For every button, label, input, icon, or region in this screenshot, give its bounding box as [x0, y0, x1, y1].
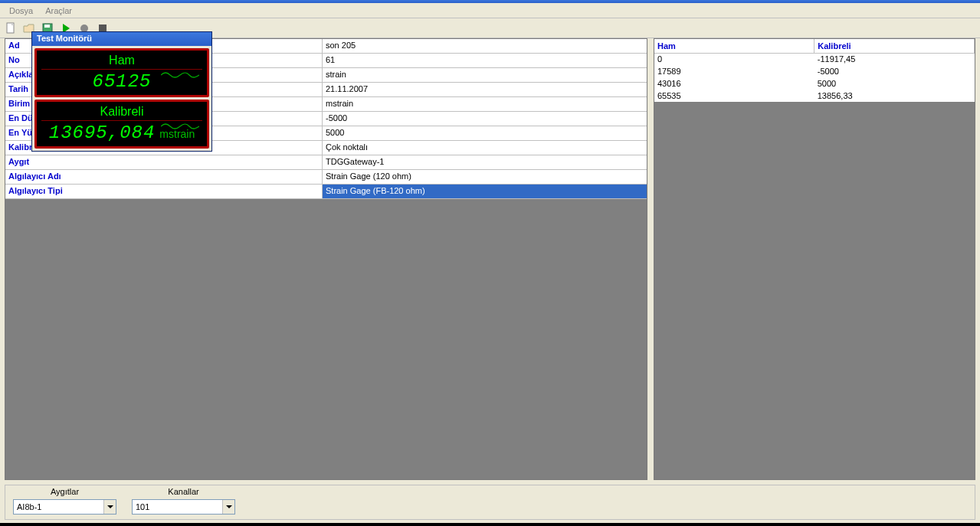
property-value[interactable]: Çok noktalı: [323, 141, 647, 155]
channels-combobox[interactable]: [132, 499, 235, 515]
taskbar: [0, 523, 980, 526]
devices-input[interactable]: [14, 500, 103, 514]
property-value[interactable]: 5000: [323, 126, 647, 140]
svg-point-3: [80, 25, 88, 32]
devices-label: Aygıtlar: [13, 487, 116, 498]
channels-control: Kanallar: [132, 487, 235, 515]
document-icon: [5, 22, 17, 34]
lcd-ham-label: Ham: [41, 54, 202, 70]
cell-ham[interactable]: 43016: [654, 77, 814, 90]
new-button[interactable]: [3, 21, 18, 36]
property-row[interactable]: Algılayıcı AdıStrain Gage (120 ohm): [5, 170, 647, 185]
property-label: Algılayıcı Adı: [5, 170, 323, 184]
lcd-ham-value: 65125: [92, 71, 151, 92]
property-row[interactable]: Algılayıcı TipiStrain Gage (FB-120 ohm): [5, 185, 647, 199]
col-kalibreli-header[interactable]: Kalibreli: [814, 39, 975, 53]
property-value[interactable]: strain: [323, 68, 647, 82]
property-value[interactable]: TDGGateway-1: [323, 155, 647, 169]
cell-kalibreli[interactable]: -11917,45: [814, 53, 975, 65]
table-row[interactable]: 0-11917,45: [654, 53, 975, 65]
property-value[interactable]: -5000: [323, 112, 647, 126]
channels-label: Kanallar: [132, 487, 235, 498]
property-value[interactable]: 61: [323, 54, 647, 67]
table-row[interactable]: 430165000: [654, 77, 975, 90]
cell-kalibreli[interactable]: -5000: [814, 65, 975, 77]
test-monitor-title[interactable]: Test Monitörü: [32, 32, 211, 46]
property-value[interactable]: son 205: [323, 39, 647, 53]
menu-tools[interactable]: Araçlar: [39, 5, 78, 17]
property-value[interactable]: Strain Gage (120 ohm): [323, 170, 647, 184]
cell-ham[interactable]: 0: [654, 53, 814, 65]
test-monitor-window[interactable]: Test Monitörü Ham 65125 Kalibreli 13695,…: [31, 31, 212, 152]
bottom-bar: Aygıtlar Kanallar: [5, 485, 975, 520]
channels-input[interactable]: [133, 500, 222, 514]
lcd-kalibreli: Kalibreli 13695,084 mstrain: [34, 100, 209, 149]
svg-rect-2: [44, 25, 50, 28]
cell-kalibreli[interactable]: 13856,33: [814, 90, 975, 102]
table-row[interactable]: 6553513856,33: [654, 90, 975, 102]
lcd-kalibreli-label: Kalibreli: [41, 105, 202, 121]
property-value[interactable]: mstrain: [323, 97, 647, 111]
calibration-table[interactable]: Ham Kalibreli 0-11917,4517589-5000430165…: [654, 39, 975, 102]
lcd-kalibreli-value: 13695,084: [49, 123, 156, 143]
chevron-down-icon[interactable]: [222, 500, 234, 514]
menu-file[interactable]: Dosya: [3, 5, 39, 17]
devices-combobox[interactable]: [13, 499, 116, 515]
property-row[interactable]: AygıtTDGGateway-1: [5, 155, 647, 170]
table-row[interactable]: 17589-5000: [654, 65, 975, 77]
menubar: Dosya Araçlar: [0, 3, 980, 18]
lcd-ham: Ham 65125: [34, 48, 209, 97]
test-monitor-body: Ham 65125 Kalibreli 13695,084 mstrain: [32, 46, 211, 151]
chevron-down-icon[interactable]: [103, 500, 116, 514]
lcd-kalibreli-unit: mstrain: [159, 128, 195, 140]
col-ham-header[interactable]: Ham: [654, 39, 814, 53]
devices-control: Aygıtlar: [13, 487, 116, 515]
svg-rect-4: [99, 25, 107, 32]
cell-kalibreli[interactable]: 5000: [814, 77, 975, 90]
property-value[interactable]: 21.11.2007: [323, 83, 647, 96]
property-label: Aygıt: [5, 155, 323, 169]
data-panel: Ham Kalibreli 0-11917,4517589-5000430165…: [654, 38, 975, 480]
property-value[interactable]: Strain Gage (FB-120 ohm): [323, 185, 647, 198]
cell-ham[interactable]: 65535: [654, 90, 814, 102]
property-label: Algılayıcı Tipi: [5, 185, 323, 198]
cell-ham[interactable]: 17589: [654, 65, 814, 77]
